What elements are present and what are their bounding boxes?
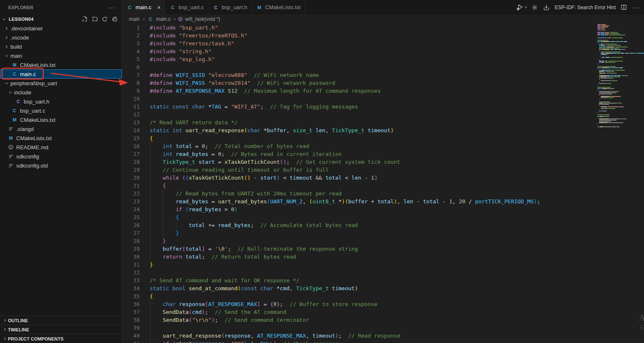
tree-item-main[interactable]: main [0, 51, 122, 60]
breadcrumb-item-main[interactable]: main [129, 16, 140, 22]
c-file-icon: C [15, 99, 22, 104]
line-number: 1 [122, 24, 140, 32]
code-text: } [140, 229, 179, 237]
tree-item-include[interactable]: include [0, 88, 122, 97]
refresh-icon[interactable] [102, 16, 108, 22]
line-number: 25 [122, 213, 140, 221]
code-text: total += read_bytes; // Accumulate total… [140, 221, 358, 229]
code-line-6: 6 [122, 63, 644, 71]
code-line-1: 1#include "bsp_uart.h" [122, 24, 644, 32]
code-text: int total = 0; // Total number of bytes … [140, 142, 309, 150]
c-file-icon: C [169, 5, 176, 10]
explorer-title: EXPLORER [8, 5, 33, 10]
code-line-25: 25 { [122, 213, 644, 221]
tree-item-bsp-uart.h[interactable]: Cbsp_uart.h [0, 97, 122, 106]
chevron-right-icon [3, 319, 6, 322]
new-file-icon[interactable] [82, 16, 88, 22]
line-number: 32 [122, 269, 140, 276]
c-file-icon: C [212, 5, 219, 10]
breadcrumb-item-symbol[interactable]: wifi_task(void *) [185, 16, 220, 22]
tree-item-cmakelists.txt[interactable]: MCMakeLists.txt [0, 60, 122, 69]
tree-item-build[interactable]: build [0, 42, 122, 51]
tree-item-.clangd[interactable]: .clangd [0, 124, 122, 133]
section-timeline[interactable]: TIMELINE [0, 325, 122, 334]
tree-item-sdkconfig[interactable]: sdkconfig [0, 152, 122, 161]
sidebar-bottom-sections: OUTLINETIMELINEPROJECT COMPONENTS [0, 316, 122, 343]
line-number: 2 [122, 32, 140, 39]
esp-idf-hint-button[interactable]: ESP-IDF: Search Error Hint [555, 5, 616, 10]
code-line-40: 40 uart_read_response(response, AT_RESPO… [122, 332, 644, 340]
tree-item-.vscode[interactable]: .vscode [0, 33, 122, 42]
code-text: read_bytes = uart_read_bytes(UART_NUM_2,… [140, 197, 540, 205]
tree-item-cmakelists.txt[interactable]: MCMakeLists.txt [0, 115, 122, 124]
symbol-method-icon [178, 17, 183, 22]
code-line-14: 14static int uart_read_response(char *bu… [122, 126, 644, 134]
list-file-icon [7, 154, 14, 159]
code-line-39: 39 [122, 324, 644, 332]
tree-item-bsp-uart.c[interactable]: Cbsp_uart.c [0, 106, 122, 115]
tree-item-.devcontainer[interactable]: .devcontainer [0, 24, 122, 33]
tab-bsp_uart.h[interactable]: Cbsp_uart.h [208, 0, 252, 15]
code-text: // Continue reading until timeout or buf… [140, 166, 328, 174]
tree-item-peripheral-bsp-uart[interactable]: peripheral\bsp_uart [0, 79, 122, 88]
breadcrumb-item-file[interactable]: main.c [156, 16, 170, 22]
tab-bsp_uart.c[interactable]: Cbsp_uart.c [165, 0, 208, 15]
close-icon[interactable]: × [157, 5, 160, 10]
tab-label: main.c [136, 4, 151, 10]
line-number: 35 [122, 292, 140, 300]
explorer-more-icon[interactable]: ··· [108, 4, 116, 11]
tree-item-cmakelists.txt[interactable]: MCMakeLists.txt [0, 133, 122, 143]
code-line-11: 11static const char *TAG = "WIFI_AT"; //… [122, 103, 644, 111]
code-line-13: 13/* Read UART return data */ [122, 118, 644, 126]
chevron-down-icon [5, 81, 8, 84]
tab-cmakelists.txt[interactable]: MCMakeLists.txt [252, 0, 305, 15]
code-text: return total; // Return total bytes read [140, 253, 296, 261]
workspace-section-header[interactable]: LESSON04 [0, 15, 122, 24]
code-editor[interactable]: 1#include "bsp_uart.h"2#include "freerto… [122, 24, 644, 343]
tab-bar: Cmain.c×Cbsp_uart.cCbsp_uart.hMCMakeList… [122, 0, 644, 15]
line-number: 3 [122, 39, 140, 47]
code-line-24: 24 if (read_bytes > 0) [122, 205, 644, 213]
code-line-22: 22 // Read bytes from UART2 with 20ms ti… [122, 190, 644, 197]
tree-item-label: .devcontainer [10, 25, 43, 32]
section-project-components[interactable]: PROJECT COMPONENTS [0, 334, 122, 343]
watermark-letter-g: G [640, 324, 644, 331]
collapse-all-icon[interactable] [112, 16, 118, 22]
tree-item-main.c[interactable]: Cmain.c [0, 69, 122, 79]
code-line-9: 9#define AT_RESPONSE_MAX 512 // Maximum … [122, 87, 644, 95]
gear-icon[interactable] [531, 4, 538, 11]
tree-item-label: README.md [16, 144, 48, 151]
code-text: // Read bytes from UART2 with 20ms timeo… [140, 190, 342, 197]
c-file-icon: C [126, 5, 133, 10]
minimap[interactable] [597, 24, 644, 157]
code-line-34: 34static bool send_at_command(const char… [122, 284, 644, 292]
tree-item-label: include [14, 89, 31, 96]
line-number: 17 [122, 150, 140, 158]
code-line-38: 38 SendData("\r\n"); // Send command ter… [122, 316, 644, 324]
run-device-button[interactable] [516, 4, 526, 11]
code-text: if (strstr(response, "OK") != NULL) // C… [140, 340, 338, 343]
line-number: 21 [122, 182, 140, 190]
chevron-down-icon [5, 54, 8, 57]
flash-download-icon[interactable] [543, 4, 550, 11]
more-actions-icon[interactable]: ··· [632, 4, 641, 11]
tab-main.c[interactable]: Cmain.c× [122, 0, 165, 15]
code-text: #define AT_RESPONSE_MAX 512 // Maximum l… [140, 87, 381, 95]
c-file-icon: C [147, 17, 154, 22]
explorer-actions [82, 16, 118, 22]
new-folder-icon[interactable] [92, 16, 98, 22]
chevron-right-icon [5, 27, 7, 30]
split-editor-icon[interactable] [621, 4, 627, 10]
code-line-17: 17 int read_bytes = 0; // Bytes read in … [122, 150, 644, 158]
code-line-10: 10 [122, 95, 644, 103]
code-line-29: 29 buffer[total] = '\0'; // Null-termina… [122, 245, 644, 253]
code-text: SendData(cmd); // Send the AT command [140, 308, 286, 316]
tree-item-readme.md[interactable]: README.md [0, 143, 122, 152]
tree-item-sdkconfig.old[interactable]: sdkconfig.old [0, 161, 122, 170]
section-outline[interactable]: OUTLINE [0, 316, 122, 325]
code-line-16: 16 int total = 0; // Total number of byt… [122, 142, 644, 150]
code-line-19: 19 // Continue reading until timeout or … [122, 166, 644, 174]
chevron-down-icon [2, 17, 5, 20]
code-line-2: 2#include "freertos/FreeRTOS.h" [122, 32, 644, 39]
chevron-right-icon [5, 36, 7, 39]
